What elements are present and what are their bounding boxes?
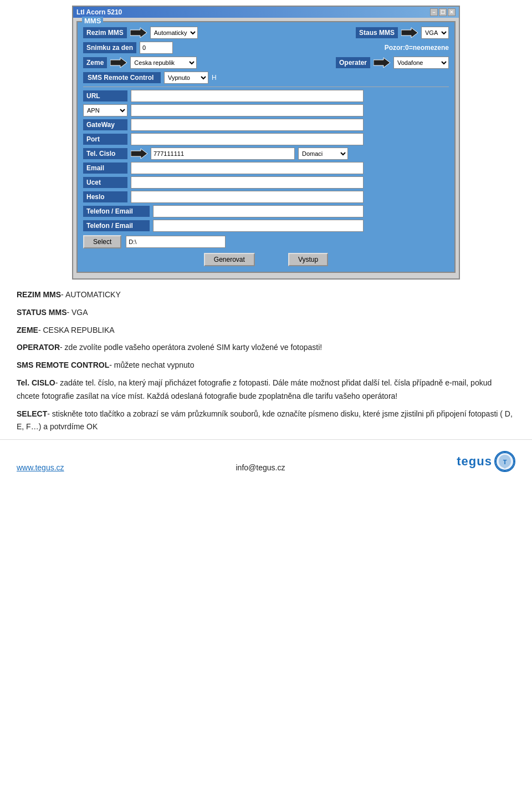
row-tel: Tel. Cislo Domaci <box>83 148 449 160</box>
row-ucet: Ucet <box>83 176 449 189</box>
sms-dropdown[interactable]: Vypnuto <box>164 72 208 84</box>
url-input[interactable] <box>131 90 364 102</box>
logo-container: tegus T <box>457 451 515 472</box>
row-url: URL <box>83 90 449 102</box>
minimize-button[interactable]: – <box>430 8 438 16</box>
desc-select-bold: SELECT <box>17 409 47 418</box>
app-window: Ltl Acorn 5210 – ☐ ✕ MMS Rezim MMS Autom… <box>72 6 460 280</box>
logo-text: tegus <box>457 454 492 469</box>
heslo-label: Heslo <box>83 191 127 202</box>
vystup-button[interactable]: Vystup <box>288 253 328 266</box>
ucet-input[interactable] <box>131 176 364 189</box>
ucet-label: Ucet <box>83 177 127 188</box>
heslo-input[interactable] <box>131 191 364 203</box>
status-label: Staus MMS <box>356 27 398 38</box>
row-heslo: Heslo <box>83 191 449 203</box>
desc-rezim-rest: - AUTOMATICKY <box>61 290 121 299</box>
snimku-label: Snimku za den <box>83 42 136 53</box>
generovat-button[interactable]: Generovat <box>204 253 255 266</box>
arrow-status-icon <box>401 27 418 38</box>
operater-dropdown[interactable]: Vodafone <box>393 57 449 69</box>
arrow-rezim-icon <box>130 27 147 38</box>
email-label: Email <box>83 163 127 174</box>
port-input[interactable] <box>131 133 364 145</box>
zeme-dropdown[interactable]: Ceska republik <box>130 57 197 69</box>
window-title: Ltl Acorn 5210 <box>76 8 122 16</box>
svg-text:T: T <box>503 459 507 465</box>
zeme-label: Zeme <box>83 57 107 68</box>
row-snimku: Snimku za den Pozor:0=neomezene <box>83 42 449 54</box>
desc-zeme-rest: - CESKA REPUBLIKA <box>38 326 115 334</box>
apn-input[interactable] <box>131 104 364 116</box>
telefon1-input[interactable] <box>153 205 364 217</box>
mms-group-label: MMS <box>82 17 103 25</box>
tel-label: Tel. Cislo <box>83 148 127 159</box>
operater-label: Operater <box>336 57 370 68</box>
pozor-label: Pozor:0=neomezene <box>385 44 449 52</box>
gateway-input[interactable] <box>131 119 364 131</box>
desc-status-bold: STATUS MMS <box>17 308 66 317</box>
desc-line7: SELECT- stiskněte toto tlačítko a zobraz… <box>17 408 515 434</box>
snimku-input[interactable] <box>140 42 173 54</box>
svg-marker-1 <box>401 28 418 38</box>
window-content: MMS Rezim MMS Automaticky Staus MMS V <box>73 18 459 278</box>
footer: www.tegus.cz info@tegus.cz tegus T <box>0 439 532 483</box>
rezim-label: Rezim MMS <box>83 27 127 38</box>
sms-label: SMS Remote Control <box>83 72 161 83</box>
row-telefon2: Telefon / Email <box>83 220 449 232</box>
path-input[interactable] <box>126 236 226 248</box>
url-label: URL <box>83 90 127 101</box>
row-sms: SMS Remote Control Vypnuto H <box>83 72 449 84</box>
apn-dropdown[interactable]: APN <box>83 104 127 116</box>
svg-marker-4 <box>131 149 147 159</box>
row-apn: APN <box>83 104 449 116</box>
desc-operator-rest: - zde zvolíte podle vašeho operátora zvo… <box>60 343 322 352</box>
status-dropdown[interactable]: VGA <box>421 27 449 39</box>
close-button[interactable]: ✕ <box>448 8 456 16</box>
desc-rezim-bold: REZIM MMS <box>17 290 61 299</box>
row-zeme: Zeme Ceska republik Operater Vodafone <box>83 57 449 69</box>
mms-group: MMS Rezim MMS Automaticky Staus MMS V <box>76 21 456 273</box>
arrow-tel-icon <box>131 148 147 159</box>
svg-marker-3 <box>374 58 390 68</box>
telefon1-label: Telefon / Email <box>83 206 150 217</box>
window-controls: – ☐ ✕ <box>430 8 456 16</box>
telefon2-input[interactable] <box>153 220 364 232</box>
email-input[interactable] <box>131 162 364 174</box>
desc-status-rest: - VGA <box>66 308 88 317</box>
desc-operator-bold: OPERATOR <box>17 343 60 352</box>
svg-marker-2 <box>110 58 127 68</box>
titlebar: Ltl Acorn 5210 – ☐ ✕ <box>73 7 459 18</box>
desc-line6: Tel. CISLO- zadáte tel. číslo, na který … <box>17 377 515 403</box>
desc-sms-rest: - můžete nechat vypnuto <box>109 361 194 369</box>
footer-email: info@tegus.cz <box>236 463 285 472</box>
row-select: Select <box>83 235 449 248</box>
row-email: Email <box>83 162 449 174</box>
desc-sms-bold: SMS REMOTE CONTROL <box>17 361 109 369</box>
desc-line5: SMS REMOTE CONTROL- můžete nechat vypnut… <box>17 359 515 372</box>
desc-line1: REZIM MMS- AUTOMATICKY <box>17 288 515 302</box>
telefon2-label: Telefon / Email <box>83 220 150 231</box>
maximize-button[interactable]: ☐ <box>439 8 447 16</box>
port-label: Port <box>83 134 127 145</box>
arrow-operater-icon <box>374 57 390 68</box>
desc-line2: STATUS MMS- VGA <box>17 306 515 319</box>
tel-dropdown[interactable]: Domaci <box>298 148 348 160</box>
logo-icon: T <box>494 451 515 472</box>
desc-tel-bold: Tel. CISLO <box>17 378 55 387</box>
row-gateway: GateWay <box>83 119 449 131</box>
arrow-zeme-icon <box>110 57 127 68</box>
desc-line4: OPERATOR- zde zvolíte podle vašeho operá… <box>17 341 515 354</box>
footer-link[interactable]: www.tegus.cz <box>17 463 64 472</box>
desc-tel-rest: - zadáte tel. číslo, na který mají přich… <box>17 378 492 400</box>
svg-marker-0 <box>130 28 147 38</box>
tel-input[interactable] <box>151 148 295 160</box>
row-rezim: Rezim MMS Automaticky Staus MMS VGA <box>83 27 449 39</box>
desc-zeme-bold: ZEME <box>17 326 38 334</box>
select-button[interactable]: Select <box>83 235 121 248</box>
desc-select-rest: - stiskněte toto tlačítko a zobrazí se v… <box>17 409 513 432</box>
rezim-dropdown[interactable]: Automaticky <box>150 27 198 39</box>
description-section: REZIM MMS- AUTOMATICKY STATUS MMS- VGA Z… <box>0 280 532 434</box>
h-label: H <box>212 74 234 82</box>
row-port: Port <box>83 133 449 145</box>
